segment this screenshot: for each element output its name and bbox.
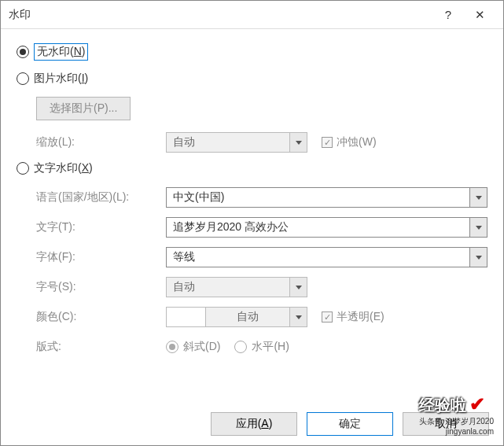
radio-label: 无水印(N): [34, 43, 88, 61]
titlebar: 水印 ? ✕: [1, 1, 503, 29]
horizontal-label: 水平(H): [252, 340, 289, 354]
radio-icon: [166, 341, 178, 353]
radio-diagonal[interactable]: 斜式(D): [166, 340, 220, 354]
language-label: 语言(国家/地区)(L):: [36, 190, 166, 205]
radio-horizontal[interactable]: 水平(H): [234, 340, 289, 354]
font-value: 等线: [167, 250, 469, 264]
chevron-down-icon: [469, 248, 487, 267]
scale-label: 缩放(L):: [36, 135, 166, 149]
size-select[interactable]: 自动: [166, 277, 307, 297]
washout-label: 冲蚀(W): [337, 135, 377, 149]
radio-icon: [17, 72, 29, 85]
logo-text: 经验啦: [419, 396, 466, 414]
layout-label: 版式:: [36, 340, 166, 354]
text-group: 语言(国家/地区)(L): 中文(中国) 文字(T): 追梦岁月2020 高效办…: [36, 186, 487, 358]
diagonal-label: 斜式(D): [183, 340, 220, 354]
language-select[interactable]: 中文(中国): [166, 187, 487, 208]
font-label: 字体(F):: [36, 250, 166, 264]
color-select[interactable]: 自动: [166, 307, 307, 327]
chevron-down-icon: [289, 308, 307, 326]
font-select[interactable]: 等线: [166, 247, 487, 267]
radio-text-watermark[interactable]: 文字水印(X): [17, 161, 487, 175]
semitransparent-checkbox[interactable]: ✓: [322, 311, 333, 323]
radio-icon: [17, 162, 29, 175]
chevron-down-icon: [289, 133, 307, 152]
washout-checkbox[interactable]: ✓: [322, 137, 333, 148]
text-value: 追梦岁月2020 高效办公: [167, 220, 469, 234]
radio-no-watermark[interactable]: 无水印(N): [17, 43, 487, 61]
scale-select[interactable]: 自动: [166, 132, 307, 153]
color-swatch: [167, 308, 206, 326]
dialog-content: 无水印(N) 图片水印(I) 选择图片(P)... 缩放(L): 自动 ✓ 冲蚀…: [1, 29, 503, 358]
size-value: 自动: [167, 280, 289, 294]
radio-label: 图片水印(I): [34, 72, 88, 86]
dialog-footer: 应用(A) 确定 取消: [211, 412, 489, 436]
select-picture-button[interactable]: 选择图片(P)...: [36, 97, 131, 120]
chevron-down-icon: [469, 188, 487, 207]
cancel-button[interactable]: 取消: [403, 412, 489, 436]
radio-label: 文字水印(X): [34, 161, 93, 175]
size-label: 字号(S):: [36, 280, 166, 294]
text-label: 文字(T):: [36, 220, 166, 234]
color-value: 自动: [206, 310, 289, 324]
color-label: 颜色(C):: [36, 310, 166, 324]
chevron-down-icon: [289, 278, 307, 297]
apply-button[interactable]: 应用(A): [211, 412, 297, 436]
radio-icon: [17, 46, 29, 58]
dialog-title: 水印: [9, 8, 432, 22]
ok-button[interactable]: 确定: [307, 412, 393, 436]
picture-group: 选择图片(P)... 缩放(L): 自动 ✓ 冲蚀(W): [36, 97, 487, 153]
radio-icon: [234, 341, 247, 353]
close-button[interactable]: ✕: [464, 1, 495, 29]
radio-picture-watermark[interactable]: 图片水印(I): [17, 72, 487, 86]
chevron-down-icon: [469, 218, 487, 237]
language-value: 中文(中国): [167, 190, 469, 205]
semitransparent-label: 半透明(E): [337, 310, 384, 324]
text-select[interactable]: 追梦岁月2020 高效办公: [166, 217, 487, 238]
check-icon: ✔: [469, 393, 485, 415]
scale-value: 自动: [167, 135, 289, 149]
help-button[interactable]: ?: [432, 1, 464, 29]
